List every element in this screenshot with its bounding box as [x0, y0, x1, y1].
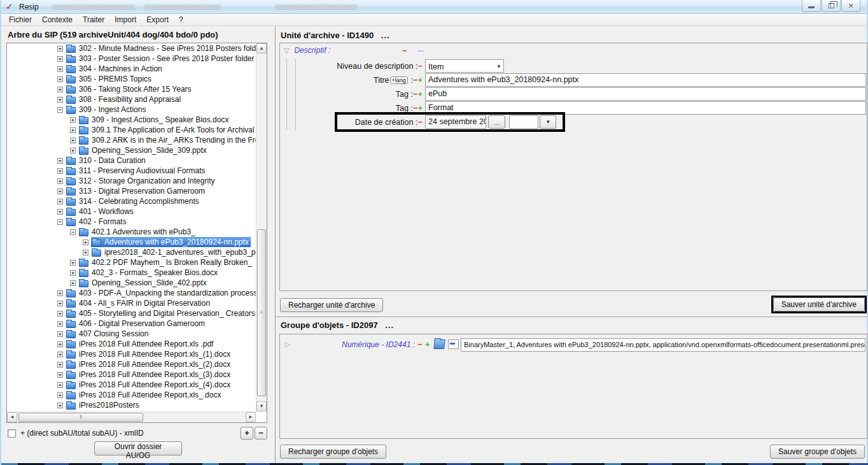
expand-icon[interactable]: +	[57, 56, 63, 62]
expand-all-button[interactable]: +	[241, 427, 253, 440]
tree-row-body[interactable]: 305 - PREMIS Topics	[66, 74, 153, 84]
add-field-icon[interactable]: +	[417, 75, 423, 85]
tree-row-body[interactable]: 404 - All_s FAIR in Digital Preservation	[66, 298, 212, 308]
tree-row[interactable]: +304 - Machines in Action	[8, 64, 256, 74]
restore-button[interactable]	[822, 0, 841, 12]
tree-row[interactable]: +iPres 2018 Full Attendee Report.xls .pd…	[8, 339, 256, 349]
descriptif-more[interactable]: ...	[417, 45, 424, 54]
remove-field-icon[interactable]: −	[417, 61, 423, 71]
expand-icon[interactable]: +	[57, 321, 63, 327]
expand-icon[interactable]: +	[57, 290, 63, 296]
expand-icon[interactable]: +	[70, 138, 76, 143]
tree-row-body[interactable]: 306 - Taking Stock After 15 Years	[66, 84, 193, 94]
tree-row-body[interactable]: 304 - Machines in Action	[66, 64, 164, 74]
tree-row[interactable]: +313 - Digital Preservation Gameroom	[8, 186, 256, 196]
collapse-icon[interactable]: −	[70, 229, 76, 235]
expand-icon[interactable]: +	[70, 117, 76, 123]
tree-row-body[interactable]: Adventures with ePub3_20180924-nn.pptx	[91, 237, 251, 247]
expand-icon[interactable]: +	[57, 46, 63, 52]
tree-row[interactable]: +406 - Digital Preservation Gameroom	[8, 318, 256, 329]
tree-row-body[interactable]: 302 - Minute Madness - See iPres 2018 Po…	[66, 43, 256, 54]
expand-icon[interactable]: +	[57, 178, 63, 184]
tree-row[interactable]: +403 - PDF-A_Unpacking the standardizati…	[8, 288, 256, 298]
expand-icon[interactable]: +	[57, 209, 63, 215]
tree-row-body[interactable]: Opening_Session_Slide_402.pptx	[78, 278, 209, 288]
tree-row-body[interactable]: iPres 2018 Full Attendee Report.xls_.doc…	[66, 390, 223, 400]
expand-icon[interactable]: +	[57, 341, 63, 347]
tree-row[interactable]: +312 - Storage Organization and Integrit…	[8, 176, 256, 186]
add-field-icon[interactable]: +	[417, 103, 423, 113]
import-file-icon[interactable]	[448, 340, 459, 349]
expand-icon[interactable]: +	[57, 301, 63, 306]
save-object-group-button[interactable]: Sauver groupe d'objets	[770, 445, 865, 459]
expand-icon[interactable]: +	[57, 76, 63, 82]
tree-row-body[interactable]: Opening_Session_Slide_309.pptx	[78, 145, 209, 155]
tree-row-body[interactable]: 309 - Ingest Actions	[66, 104, 148, 115]
tree-row-body[interactable]: 407 Closing Session	[66, 329, 150, 339]
tree-row[interactable]: +405 - Storytelling and Digital Preserva…	[8, 308, 256, 318]
tree-row-body[interactable]: 406 - Digital Preservation Gameroom	[66, 318, 207, 329]
tree-row[interactable]: −402.1 Adventures with ePub3_	[8, 227, 256, 237]
remove-descriptif-icon[interactable]: −	[402, 46, 407, 55]
expand-icon[interactable]: +	[57, 403, 63, 408]
add-object-icon[interactable]: +	[425, 340, 430, 349]
tree-row-body[interactable]: iPres 2018 Full Attendee Report.xls .pdf	[66, 339, 215, 349]
expand-icon[interactable]: +	[57, 331, 63, 337]
numerique-input[interactable]: BinaryMaster_1, Adventures with ePub3_20…	[461, 338, 865, 352]
tree-row[interactable]: +309.1 The Application of E-Ark Tools fo…	[8, 125, 256, 135]
collapse-all-button[interactable]: −	[255, 427, 267, 440]
tree-row[interactable]: +305 - PREMIS Topics	[8, 74, 256, 84]
niveau-select[interactable]: Item ▼	[425, 59, 504, 73]
tree-row[interactable]: +302 - Minute Madness - See iPres 2018 P…	[8, 43, 256, 54]
tree-row-body[interactable]: iPres 2018 Full Attendee Report.xls_(3).…	[66, 369, 232, 380]
expand-icon[interactable]: +	[70, 280, 76, 286]
tree-row[interactable]: +303 - Poster Session - See iPres 2018 P…	[8, 54, 256, 64]
tree-row[interactable]: +ipres2018_402-1_adventures_with_epub3_p…	[8, 247, 256, 257]
expand-icon[interactable]: +	[57, 372, 63, 378]
tree-row[interactable]: +iPres 2018 Full Attendee Report.xls_(2)…	[8, 359, 256, 369]
tree-row[interactable]: +311 - Preserving Audiovisual Formats	[8, 166, 256, 176]
tree-row-body[interactable]: 314 - Celebrating Accomplishments	[66, 196, 201, 206]
tree-row-body[interactable]: 402.1 Adventures with ePub3_	[78, 227, 197, 237]
tree-row-body[interactable]: 311 - Preserving Audiovisual Formats	[66, 166, 207, 176]
tree-row[interactable]: +306 - Taking Stock After 15 Years	[8, 84, 256, 94]
close-button[interactable]	[841, 0, 860, 12]
menu-item-contexte[interactable]: Contexte	[37, 15, 78, 25]
expand-icon[interactable]: +	[57, 352, 63, 357]
tree-row[interactable]: +314 - Celebrating Accomplishments	[8, 196, 256, 206]
tree-row[interactable]: −402 - Formats	[8, 217, 256, 227]
expand-icon[interactable]: +	[57, 362, 63, 368]
save-archive-unit-button[interactable]: Sauver unité d'archive	[773, 297, 865, 311]
collapse-icon[interactable]: −	[57, 107, 63, 113]
menu-item-import[interactable]: Import	[109, 15, 141, 25]
reload-archive-unit-button[interactable]: Recharger unité d'archive	[280, 298, 383, 312]
tag1-input[interactable]: ePub	[425, 87, 866, 101]
tree-row-body[interactable]: iPres2018Posters	[66, 400, 141, 410]
expand-icon[interactable]: +	[57, 189, 63, 194]
tree-row[interactable]: +iPres 2018 Full Attendee Report.xls_(1)…	[8, 349, 256, 359]
menu-item-export[interactable]: Export	[141, 15, 174, 25]
scroll-right-icon[interactable]: ►	[246, 412, 256, 422]
tree-row[interactable]: +Adventures with ePub3_20180924-nn.pptx	[8, 237, 256, 247]
archive-unit-more[interactable]: ...	[381, 31, 390, 40]
horizontal-scroll-thumb[interactable]: ⦀	[18, 413, 143, 422]
chevron-down-icon[interactable]: ▽	[284, 46, 289, 55]
tree-row[interactable]: +Opening_Session_Slide_309.pptx	[8, 145, 256, 155]
tree-row-body[interactable]: 402_3 - Formats_ Speaker Bios.docx	[78, 268, 220, 278]
object-group-more[interactable]: ...	[385, 320, 394, 330]
tree-row[interactable]: +308 - Feasibility and Appraisal	[8, 94, 256, 104]
tree-row[interactable]: +309.2 ARK is in the Air_ ARKs Trending …	[8, 135, 256, 145]
tree-row[interactable]: +402_3 - Formats_ Speaker Bios.docx	[8, 268, 256, 278]
tree-row-body[interactable]: 312 - Storage Organization and Integrity	[66, 176, 216, 186]
date-browse-button[interactable]: ...	[488, 115, 505, 129]
date-input[interactable]: 24 septembre 2018	[425, 115, 486, 129]
tree-row[interactable]: +iPres2018Posters	[8, 400, 256, 410]
tree-row[interactable]: +Opening_Session_Slide_402.pptx	[8, 278, 256, 288]
tree-row-body[interactable]: 405 - Storytelling and Digital Preservat…	[66, 308, 256, 318]
expand-icon[interactable]: +	[70, 270, 76, 276]
expand-icon[interactable]: +	[57, 158, 63, 164]
scroll-left-icon[interactable]: ◄	[7, 412, 17, 422]
tree-row[interactable]: −309 - Ingest Actions	[8, 104, 256, 115]
tree-row[interactable]: +401 - Workflows	[8, 206, 256, 217]
expand-icon[interactable]: +	[57, 311, 63, 317]
